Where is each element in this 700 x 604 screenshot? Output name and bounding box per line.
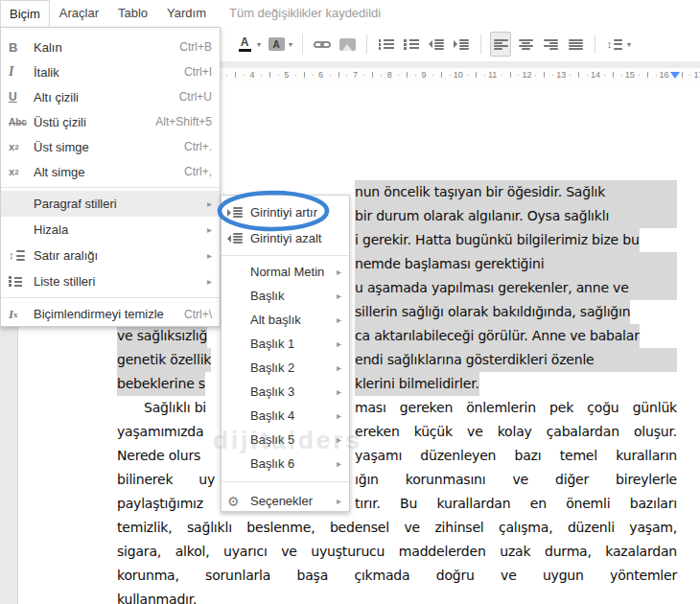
align-right-button[interactable] — [540, 32, 561, 57]
menu-shortcut: Ctrl+U — [179, 90, 212, 104]
menu-item-paragraf-stilleri[interactable]: Paragraf stilleri ▸ — [1, 191, 220, 217]
insert-link-button[interactable] — [312, 32, 333, 57]
menu-item-label: İtalik — [34, 65, 184, 80]
clear-formatting-icon: Ix — [9, 307, 34, 322]
submenu-arrow-icon: ▸ — [337, 386, 341, 397]
doc-line-fragment: ması gereken önlemlerin pek çoğu günlük — [355, 396, 677, 420]
doc-line-fragment: klerini bilmelidirler. — [355, 372, 479, 396]
doc-line-fragment: temizlik, sağlıklı beslenme, bedensel ve… — [117, 516, 677, 540]
menu-item-label: Üstü çizili — [34, 115, 155, 129]
doc-line-fragment: ca aktarılabileceği görülür. Anne ve bab… — [355, 324, 640, 348]
ruler-tick — [689, 75, 690, 76]
submenu-item-secenekler[interactable]: ⚙ Seçenekler ▸ — [222, 488, 349, 514]
text-color-caret-icon[interactable]: ▾ — [257, 40, 261, 49]
ruler-tick — [235, 72, 236, 78]
highlight-caret-icon[interactable]: ▾ — [289, 40, 292, 49]
menu-item-alt-simge[interactable]: x2 Alt simge Ctrl+, — [1, 159, 220, 184]
submenu-item-girintiyi-artir[interactable]: Girintiyi artır — [222, 199, 349, 225]
ruler-tick — [682, 72, 683, 78]
menu-yardim[interactable]: Yardım — [157, 0, 216, 27]
menu-item-hizala[interactable]: Hizala ▸ — [1, 217, 220, 243]
ruler-tick — [304, 72, 305, 78]
menu-item-ust-simge[interactable]: x2 Üst simge Ctrl+. — [1, 134, 220, 159]
highlight-color-button[interactable]: A — [266, 32, 287, 57]
menu-item-label: Paragraf stilleri — [34, 197, 207, 211]
line-spacing-caret-icon[interactable]: ▾ — [627, 40, 631, 49]
justify-button[interactable] — [565, 32, 586, 57]
doc-line-fragment: Nerede olurs — [117, 444, 200, 468]
submenu-item-label: Başlık 1 — [250, 337, 337, 351]
menu-item-satir-araligi[interactable]: ↕ Satır aralığı ▸ — [1, 243, 220, 268]
toolbar-separator — [480, 35, 481, 54]
ruler-tick — [613, 72, 614, 78]
text-color-button[interactable]: A — [234, 32, 255, 57]
menu-item-liste-stilleri[interactable]: Liste stilleri ▸ — [1, 268, 220, 294]
menu-item-ustu-cizili[interactable]: Abc Üstü çizili Alt+Shift+5 — [1, 109, 220, 134]
menu-separator — [1, 187, 220, 188]
submenu-item-label: Başlık 4 — [250, 408, 337, 423]
decrease-indent-button[interactable] — [426, 32, 447, 57]
doc-line-fragment: kullanmadır. — [117, 588, 197, 604]
doc-line-fragment: nemde başlaması gerektiğini — [355, 252, 677, 276]
menu-shortcut: Ctrl+B — [179, 40, 212, 54]
menu-item-italik[interactable]: I İtalik Ctrl+I — [1, 59, 220, 84]
submenu-item-baslik-3[interactable]: Başlık 3 ▸ — [222, 380, 349, 404]
doc-line-fragment: nun öncelik taşıyan bir öğesidir. Sağlık — [355, 180, 677, 204]
bulleted-list-button[interactable] — [401, 32, 422, 57]
doc-line-fragment: tırır. Bu kurallardan en önemli bazıları — [355, 492, 677, 516]
menu-shortcut: Alt+Shift+5 — [155, 115, 212, 128]
ruler-number: 6 — [318, 70, 323, 80]
line-spacing-button[interactable]: ↕ — [604, 32, 625, 57]
ruler-tick — [313, 75, 314, 76]
ruler-scale[interactable]: 4567891011121314151617 — [221, 68, 700, 81]
align-center-button[interactable] — [515, 32, 536, 57]
doc-line-fragment: genetik özellik — [117, 348, 211, 372]
align-left-icon — [494, 39, 508, 50]
submenu-item-baslik-1[interactable]: Başlık 1 ▸ — [222, 332, 349, 356]
link-icon — [314, 41, 331, 48]
toolbar-separator — [595, 35, 595, 54]
bold-icon: B — [9, 40, 34, 55]
align-left-button[interactable] — [490, 32, 511, 57]
doc-line-fragment: i gerekir. Hatta bugünkü bilgilerimiz bi… — [355, 228, 640, 252]
ruler-number: 13 — [556, 70, 566, 80]
bulleted-list-icon — [404, 39, 419, 50]
ruler-number: 14 — [591, 70, 600, 80]
increase-indent-button[interactable] — [451, 32, 472, 57]
submenu-arrow-icon: ▸ — [337, 267, 341, 277]
numbered-list-button[interactable] — [376, 32, 397, 57]
menu-item-bicimlendirmeyi-temizle[interactable]: Ix Biçimlendirmeyi temizle Ctrl+\ — [1, 301, 220, 327]
insert-image-button[interactable] — [337, 32, 358, 57]
ruler-tick — [484, 75, 485, 76]
submenu-item-baslik-4[interactable]: Başlık 4 ▸ — [222, 404, 349, 428]
ruler-tick — [346, 75, 347, 76]
ruler-tick — [338, 72, 339, 78]
submenu-item-alt-baslik[interactable]: Alt başlık ▸ — [222, 308, 349, 332]
line-spacing-icon: ↕ — [607, 39, 623, 50]
text-color-icon: A — [239, 36, 251, 52]
ruler-tick — [476, 72, 477, 78]
menu-item-label: Liste stilleri — [34, 274, 207, 289]
menu-tablo[interactable]: Tablo — [108, 0, 157, 27]
menu-item-alti-cizili[interactable]: U Altı çizili Ctrl+U — [1, 84, 220, 109]
ruler-tick — [510, 72, 511, 78]
menu-bicim[interactable]: Biçim — [0, 0, 50, 27]
ruler-tick — [656, 75, 657, 76]
submenu-item-girintiyi-azalt[interactable]: Girintiyi azalt — [222, 225, 349, 251]
ruler-indent-marker[interactable] — [670, 72, 680, 79]
indent-decrease-icon — [429, 39, 444, 50]
submenu-item-baslik[interactable]: Başlık ▸ — [222, 284, 349, 308]
submenu-item-normal-metin[interactable]: Normal Metin ▸ — [222, 260, 349, 284]
subscript-icon: x2 — [9, 166, 34, 177]
menu-item-kalin[interactable]: B Kalın Ctrl+B — [1, 35, 220, 59]
ruler-tick — [244, 75, 245, 76]
menu-araclar[interactable]: Araçlar — [50, 0, 108, 27]
ruler-number: 15 — [625, 70, 635, 80]
toolbar-separator — [302, 35, 303, 54]
ruler-number: 17 — [693, 70, 700, 80]
menu-shortcut: Ctrl+. — [184, 140, 212, 153]
submenu-arrow-icon: ▸ — [337, 458, 341, 469]
submenu-item-baslik-2[interactable]: Başlık 2 ▸ — [222, 356, 349, 380]
doc-line-fragment: bilinerek uy — [117, 468, 215, 492]
menu-item-label: Hizala — [34, 222, 207, 237]
